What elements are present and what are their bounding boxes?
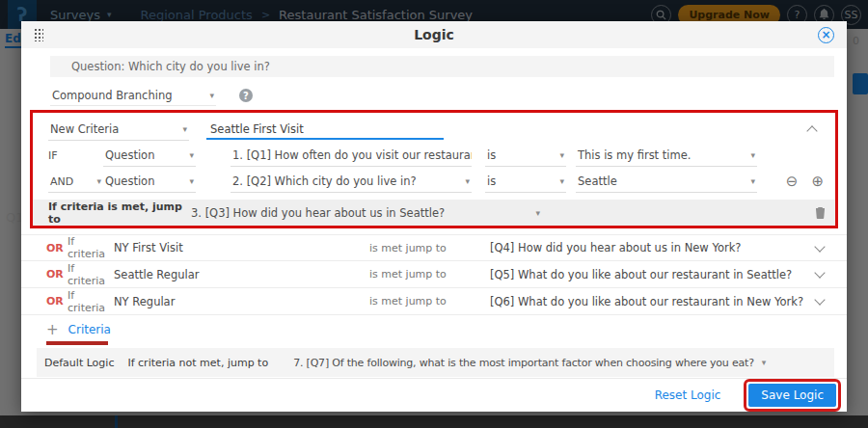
jump-target-value: 3. [Q3] How did you hear about us in Sea…: [191, 206, 445, 220]
condition-question-dropdown[interactable]: 2. [Q2] Which city do you live in? ▾: [231, 172, 472, 193]
if-criteria-label: If criteria: [68, 235, 114, 260]
collapse-criteria-button[interactable]: [808, 124, 816, 138]
if-criteria-label: If criteria: [68, 262, 114, 287]
delete-criteria-icon[interactable]: [815, 206, 826, 219]
modal-footer: Reset Logic Save Logic: [21, 378, 847, 412]
question-context-bar: Question: Which city do you live in?: [50, 56, 834, 77]
condition-value-dropdown[interactable]: This is my first time. ▾: [576, 146, 757, 167]
condition-row-if: IF Question ▾ 1. [Q1] How often do you v…: [33, 143, 835, 169]
criteria-target: [Q5] What do you like about our restaura…: [490, 268, 816, 281]
remove-condition-icon[interactable]: ⊖: [786, 174, 799, 189]
or-label: OR: [46, 242, 68, 254]
condition-operator-dropdown[interactable]: is ▾: [485, 172, 566, 193]
condition-row-actions: ⊖ ⊕: [786, 174, 824, 189]
criteria-name-row: New Criteria ▾: [33, 117, 835, 143]
if-criteria-label: If criteria: [68, 289, 114, 314]
criteria-editor-annotation-box: New Criteria ▾ IF Question ▾ 1. [Q1] How…: [30, 110, 838, 228]
condition-question-value: 2. [Q2] Which city do you live in?: [232, 174, 417, 188]
modal-header: Logic ×: [21, 21, 847, 48]
is-met-jump-label: is met jump to: [369, 295, 490, 308]
criteria-name: NY First Visit: [114, 241, 369, 254]
condition-question-dropdown[interactable]: 1. [Q1] How often do you visit our resta…: [231, 146, 472, 167]
add-criteria-link[interactable]: Criteria: [68, 323, 111, 336]
condition-connector-label: IF: [48, 149, 103, 162]
add-condition-icon[interactable]: ⊕: [811, 174, 824, 189]
annotation-underline: [46, 341, 108, 345]
caret-down-icon: ▾: [559, 176, 564, 186]
branching-type-dropdown[interactable]: Compound Branching ▾: [50, 85, 216, 106]
caret-down-icon: ▾: [189, 150, 194, 160]
default-condition-label: If criteria not met, jump to: [127, 357, 268, 369]
condition-connector-dropdown[interactable]: AND ▾: [48, 172, 103, 193]
is-met-jump-label: is met jump to: [369, 242, 490, 254]
condition-value-text: Seattle: [578, 174, 617, 188]
annotation-box-save: Save Logic: [744, 379, 841, 412]
caret-down-icon: ▾: [762, 358, 766, 367]
criteria-summary-row[interactable]: OR If criteria Seattle Regular is met ju…: [21, 261, 847, 288]
condition-value-text: This is my first time.: [578, 148, 691, 162]
caret-down-icon: ▾: [96, 176, 101, 186]
caret-down-icon: ▾: [209, 91, 214, 100]
is-met-jump-label: is met jump to: [369, 268, 490, 281]
condition-value-dropdown[interactable]: Seattle ▾: [576, 172, 757, 193]
jump-to-row: If criteria is met, jump to 3. [Q3] How …: [33, 200, 835, 226]
criteria-target: [Q4] How did you hear about us in New Yo…: [490, 241, 816, 254]
condition-type-dropdown[interactable]: Question ▾: [103, 146, 196, 167]
criteria-name-input[interactable]: [206, 120, 444, 140]
caret-down-icon: ▾: [465, 176, 470, 186]
condition-operator-value: is: [487, 174, 496, 188]
default-logic-label: Default Logic: [44, 357, 114, 369]
condition-operator-value: is: [487, 148, 496, 162]
chevron-down-icon[interactable]: [814, 241, 825, 252]
branching-help-icon[interactable]: ?: [239, 89, 253, 102]
chevron-down-icon[interactable]: [814, 267, 825, 278]
jump-target-dropdown[interactable]: 3. [Q3] How did you hear about us in Sea…: [191, 206, 540, 220]
caret-down-icon: ▾: [535, 208, 540, 218]
jump-to-label: If criteria is met, jump to: [48, 201, 191, 226]
reset-logic-link[interactable]: Reset Logic: [655, 388, 721, 402]
caret-down-icon: ▾: [189, 176, 194, 186]
branching-type-row: Compound Branching ▾ ?: [50, 86, 847, 105]
save-logic-button[interactable]: Save Logic: [748, 384, 836, 407]
branching-type-value: Compound Branching: [52, 89, 172, 102]
caret-down-icon: ▾: [750, 176, 755, 186]
condition-question-value: 1. [Q1] How often do you visit our resta…: [232, 148, 472, 162]
chevron-down-icon[interactable]: [814, 294, 825, 305]
logic-modal: Logic × Question: Which city do you live…: [21, 21, 847, 412]
close-icon[interactable]: ×: [818, 27, 834, 43]
criteria-name: NY Regular: [114, 295, 369, 308]
condition-type-value: Question: [105, 174, 154, 188]
criteria-summary-row[interactable]: OR If criteria NY First Visit is met jum…: [21, 234, 847, 261]
chevron-up-icon: [806, 125, 817, 136]
plus-icon: +: [46, 323, 59, 337]
criteria-target: [Q6] What do you like about our restaura…: [490, 295, 816, 308]
condition-type-dropdown[interactable]: Question ▾: [103, 172, 196, 193]
criteria-selector-value: New Criteria: [50, 122, 119, 136]
or-label: OR: [46, 268, 68, 281]
modal-title: Logic: [21, 27, 847, 42]
default-logic-row: Default Logic If criteria not met, jump …: [37, 348, 834, 377]
drag-handle-icon[interactable]: [34, 28, 43, 41]
or-label: OR: [46, 295, 68, 308]
add-criteria-row: + Criteria: [21, 315, 847, 344]
condition-type-value: Question: [105, 148, 154, 162]
criteria-name: Seattle Regular: [114, 268, 369, 281]
condition-operator-dropdown[interactable]: is ▾: [485, 146, 566, 167]
default-target-dropdown[interactable]: 7. [Q7] Of the following, what is the mo…: [293, 357, 766, 369]
criteria-summary-row[interactable]: OR If criteria NY Regular is met jump to…: [21, 288, 847, 315]
default-target-value: 7. [Q7] Of the following, what is the mo…: [293, 357, 754, 369]
condition-row-and: AND ▾ Question ▾ 2. [Q2] Which city do y…: [33, 169, 835, 195]
caret-down-icon: ▾: [559, 150, 564, 160]
condition-connector-value: AND: [50, 175, 73, 188]
collapsed-criteria-list: OR If criteria NY First Visit is met jum…: [21, 234, 847, 315]
caret-down-icon: ▾: [182, 124, 187, 134]
caret-down-icon: ▾: [750, 150, 755, 160]
criteria-selector-dropdown[interactable]: New Criteria ▾: [48, 120, 189, 141]
